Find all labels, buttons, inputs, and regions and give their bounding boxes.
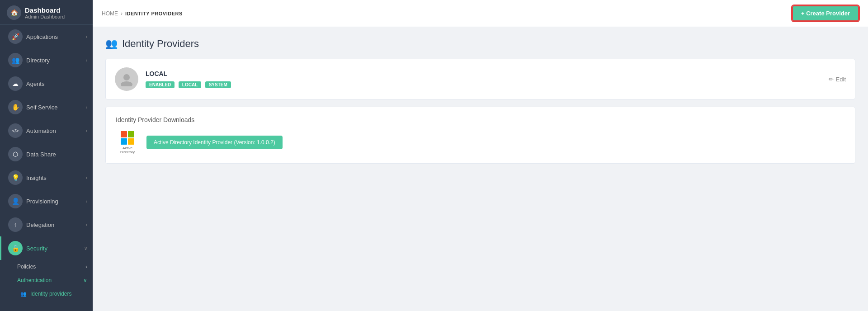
sidebar-item-agents[interactable]: ☁ Agents (0, 72, 93, 95)
sidebar-label-authentication: Authentication (17, 277, 52, 283)
sidebar-label-identity-providers: Identity providers (30, 291, 71, 297)
sidebar-dashboard-subtitle: Admin Dashboard (25, 14, 65, 19)
chevron-provisioning: ‹ (86, 199, 87, 204)
chevron-directory: ‹ (86, 58, 87, 63)
sidebar-subitem-authentication[interactable]: Authentication ∨ (0, 273, 93, 287)
sidebar-item-security[interactable]: 🔒 Security ∨ (0, 236, 93, 260)
content-area: 👥 Identity Providers LOCAL ENABLED LOCAL (93, 27, 868, 311)
sidebar-label-policies: Policies (17, 264, 36, 270)
agents-icon: ☁ (8, 76, 23, 91)
chevron-self-service: ‹ (86, 105, 87, 110)
sidebar-label-provisioning: Provisioning (26, 198, 58, 205)
data-share-icon: ⬡ (8, 147, 23, 161)
chevron-insights: ‹ (86, 175, 87, 180)
badge-local: LOCAL (179, 81, 201, 88)
svg-point-0 (123, 74, 130, 80)
provider-row: LOCAL ENABLED LOCAL SYSTEM ✏ Edit (106, 59, 855, 99)
sidebar-label-delegation: Delegation (26, 221, 54, 228)
edit-pencil-icon: ✏ (829, 76, 834, 83)
provisioning-icon: 👤 (8, 194, 23, 208)
dashboard-icon: 🏠 (7, 5, 21, 20)
chevron-policies: ‹ (85, 264, 87, 270)
provider-card: LOCAL ENABLED LOCAL SYSTEM ✏ Edit (105, 59, 855, 99)
sidebar-item-provisioning[interactable]: 👤 Provisioning ‹ (0, 189, 93, 213)
sidebar-label-self-service: Self Service (26, 104, 57, 111)
chevron-automation: ‹ (86, 128, 87, 133)
delegation-icon: ↑ (8, 217, 23, 232)
edit-label: Edit (836, 76, 846, 83)
sidebar-subitem-policies[interactable]: Policies ‹ (0, 260, 93, 273)
automation-icon: </> (8, 123, 23, 138)
security-icon: 🔒 (8, 241, 23, 255)
sidebar-item-automation[interactable]: </> Automation ‹ (0, 119, 93, 142)
breadcrumb-home: HOME (102, 10, 118, 17)
badge-enabled: ENABLED (146, 81, 175, 88)
sidebar-subitem-identity-providers[interactable]: 👥 Identity providers (0, 287, 93, 301)
provider-badges: ENABLED LOCAL SYSTEM (146, 80, 821, 88)
chevron-security: ∨ (84, 246, 87, 251)
sidebar-label-insights: Insights (26, 174, 47, 181)
sidebar-label-security: Security (26, 245, 47, 252)
breadcrumb-current: IDENTITY PROVIDERS (125, 11, 183, 16)
download-ad-button[interactable]: Active Directory Identity Provider (Vers… (146, 136, 283, 149)
sidebar-item-delegation[interactable]: ↑ Delegation ‹ (0, 213, 93, 236)
provider-info: LOCAL ENABLED LOCAL SYSTEM (146, 70, 821, 88)
identity-providers-subicon: 👥 (20, 291, 27, 297)
sidebar-item-directory[interactable]: 👥 Directory ‹ (0, 48, 93, 72)
svg-point-1 (121, 81, 132, 86)
chevron-delegation: ‹ (86, 222, 87, 227)
sidebar-dashboard-title: Dashboard (25, 6, 65, 14)
sidebar-item-applications[interactable]: 🚀 Applications ‹ (0, 25, 93, 48)
provider-name: LOCAL (146, 70, 821, 77)
breadcrumb-separator: › (121, 10, 123, 17)
active-directory-logo: Active Directory (116, 131, 139, 154)
downloads-card: Identity Provider Downloads Active Direc… (105, 107, 855, 164)
insights-icon: 💡 (8, 170, 23, 185)
download-row: Active Directory Active Directory Identi… (116, 131, 845, 154)
sidebar-item-self-service[interactable]: ✋ Self Service ‹ (0, 95, 93, 119)
breadcrumb: HOME › IDENTITY PROVIDERS (102, 10, 183, 17)
ad-logo-text: Active Directory (116, 146, 139, 154)
chevron-authentication: ∨ (83, 277, 87, 283)
create-provider-button[interactable]: + Create Provider (792, 5, 859, 21)
chevron-applications: ‹ (86, 34, 87, 39)
sidebar-label-directory: Directory (26, 57, 50, 64)
sidebar-label-data-share: Data Share (26, 151, 56, 158)
directory-icon: 👥 (8, 53, 23, 67)
self-service-icon: ✋ (8, 100, 23, 114)
downloads-title: Identity Provider Downloads (116, 116, 845, 123)
page-title-text: Identity Providers (122, 38, 199, 50)
sidebar-item-data-share[interactable]: ⬡ Data Share (0, 142, 93, 166)
main-content: HOME › IDENTITY PROVIDERS + Create Provi… (93, 0, 868, 311)
sidebar-label-automation: Automation (26, 127, 56, 134)
sidebar: 🏠 Dashboard Admin Dashboard 🚀 Applicatio… (0, 0, 93, 311)
topbar: HOME › IDENTITY PROVIDERS + Create Provi… (93, 0, 868, 27)
sidebar-label-agents: Agents (26, 80, 44, 87)
sidebar-item-insights[interactable]: 💡 Insights ‹ (0, 166, 93, 189)
edit-button[interactable]: ✏ Edit (829, 76, 846, 83)
sidebar-header: 🏠 Dashboard Admin Dashboard (0, 0, 93, 25)
applications-icon: 🚀 (8, 29, 23, 44)
badge-system: SYSTEM (205, 81, 231, 88)
sidebar-label-applications: Applications (26, 33, 58, 40)
provider-avatar (115, 67, 138, 91)
page-title: 👥 Identity Providers (105, 38, 855, 50)
page-title-icon: 👥 (105, 38, 118, 50)
